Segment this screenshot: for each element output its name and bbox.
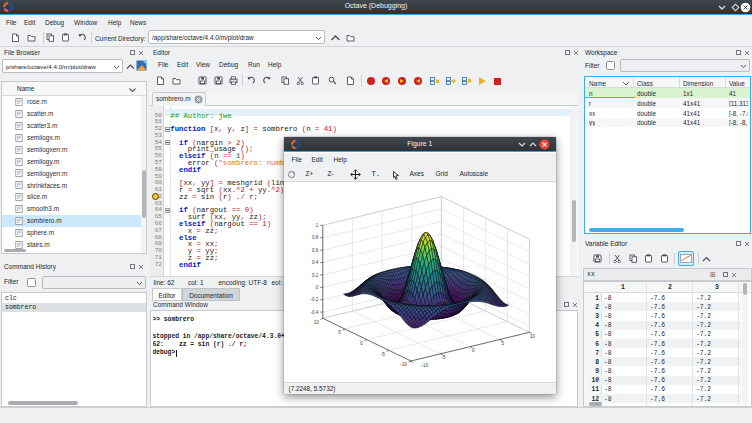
- svg-text:10: 10: [529, 334, 535, 339]
- svg-text:1: 1: [315, 223, 318, 228]
- svg-text:-0.4: -0.4: [310, 310, 318, 315]
- svg-text:-5: -5: [441, 355, 446, 360]
- svg-text:0.6: 0.6: [311, 248, 318, 253]
- svg-text:0.8: 0.8: [311, 235, 318, 240]
- svg-text:0: 0: [471, 348, 474, 353]
- svg-text:-5: -5: [380, 352, 385, 357]
- svg-text:-10: -10: [421, 363, 428, 368]
- svg-text:-0.2: -0.2: [310, 297, 318, 302]
- svg-text:5: 5: [338, 330, 341, 335]
- svg-text:-10: -10: [400, 362, 407, 367]
- svg-text:5: 5: [501, 341, 504, 346]
- svg-text:0.2: 0.2: [311, 273, 318, 278]
- svg-text:0: 0: [360, 341, 363, 346]
- svg-text:0.4: 0.4: [311, 260, 318, 265]
- svg-text:0: 0: [315, 285, 318, 290]
- svg-text:10: 10: [313, 320, 319, 325]
